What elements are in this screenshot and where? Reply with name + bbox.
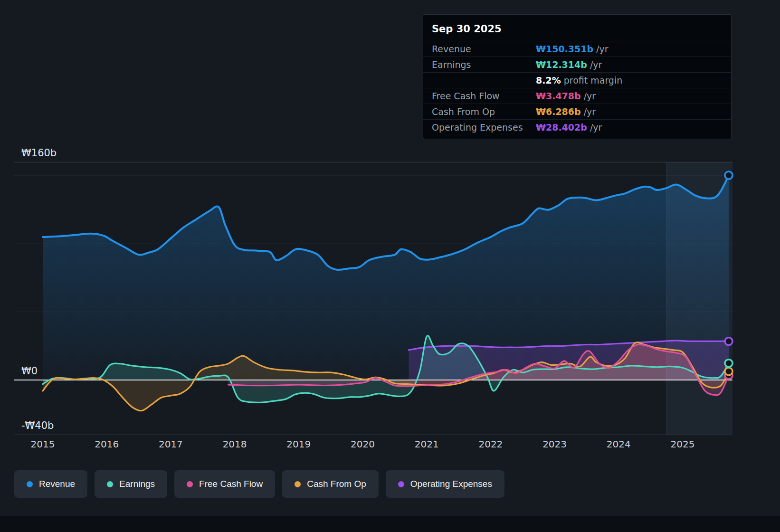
y-axis-label: -₩40b: [21, 420, 54, 431]
tooltip-suffix: profit margin: [564, 75, 623, 86]
revenue-dot-icon: [27, 481, 33, 487]
legend-item-cash-from-op[interactable]: Cash From Op: [282, 470, 379, 498]
x-axis-label: 2025: [671, 438, 695, 450]
tooltip-value: ₩6.286b: [536, 106, 581, 117]
legend-item-earnings[interactable]: Earnings: [95, 470, 167, 498]
tooltip-value: ₩3.478b: [536, 91, 581, 101]
cash-from-op-dot-icon: [295, 481, 301, 487]
x-axis-label: 2021: [415, 438, 439, 450]
tooltip-suffix: /yr: [596, 44, 608, 54]
tooltip-value: ₩28.402b: [536, 122, 587, 133]
y-axis-label: ₩160b: [21, 147, 57, 159]
x-axis-label: 2022: [478, 438, 503, 450]
revenue-endpoint-dot: [725, 171, 732, 179]
legend-label: Revenue: [39, 479, 75, 489]
cash-from-op-endpoint-dot: [725, 368, 732, 375]
tooltip-value: ₩12.314b: [536, 59, 587, 70]
tooltip-label: Earnings: [432, 59, 536, 70]
tooltip-suffix: /yr: [590, 122, 602, 133]
legend-label: Cash From Op: [307, 479, 366, 489]
y-axis-label: ₩0: [21, 365, 38, 377]
operating-expenses-dot-icon: [398, 481, 404, 487]
tooltip-label: Operating Expenses: [432, 122, 536, 133]
earnings-endpoint-dot: [725, 360, 732, 367]
tooltip-row-operating-expenses: Operating Expenses ₩28.402b /yr: [423, 119, 731, 135]
x-axis-label: 2024: [607, 438, 631, 450]
x-axis-label: 2023: [542, 438, 567, 450]
legend-label: Operating Expenses: [410, 479, 492, 489]
tooltip-date: Sep 30 2025: [423, 18, 731, 41]
tooltip-row-free-cash-flow: Free Cash Flow ₩3.478b /yr: [423, 88, 731, 104]
free-cash-flow-dot-icon: [187, 481, 193, 487]
tooltip-row-cash-from-op: Cash From Op ₩6.286b /yr: [423, 104, 731, 119]
legend-item-revenue[interactable]: Revenue: [14, 470, 87, 498]
tooltip-suffix: /yr: [590, 59, 602, 70]
x-axis-label: 2018: [223, 438, 247, 450]
chart-legend: Revenue Earnings Free Cash Flow Cash Fro…: [14, 470, 504, 498]
operating-expenses-endpoint-dot: [725, 338, 732, 345]
x-axis-label: 2016: [95, 438, 119, 450]
forecast-band: [666, 162, 732, 434]
tooltip-label: Free Cash Flow: [432, 91, 536, 101]
earnings-dot-icon: [107, 481, 113, 487]
legend-item-free-cash-flow[interactable]: Free Cash Flow: [174, 470, 275, 498]
chart-tooltip: Sep 30 2025 Revenue ₩150.351b /yr Earnin…: [423, 14, 732, 139]
legend-label: Free Cash Flow: [199, 479, 263, 489]
x-axis-label: 2015: [31, 438, 55, 450]
tooltip-suffix: /yr: [584, 91, 596, 101]
legend-item-operating-expenses[interactable]: Operating Expenses: [386, 470, 504, 498]
x-axis-label: 2017: [159, 438, 183, 450]
tooltip-label: Cash From Op: [432, 106, 536, 117]
x-axis-label: 2019: [286, 438, 311, 450]
tooltip-row-profit-margin: 8.2% profit margin: [423, 72, 731, 88]
tooltip-suffix: /yr: [584, 106, 596, 117]
x-axis-label: 2020: [351, 438, 375, 450]
tooltip-label: Revenue: [432, 44, 536, 54]
tooltip-row-earnings: Earnings ₩12.314b /yr: [423, 57, 731, 72]
tooltip-value: 8.2%: [536, 75, 561, 86]
tooltip-row-revenue: Revenue ₩150.351b /yr: [423, 41, 731, 57]
tooltip-value: ₩150.351b: [536, 44, 593, 54]
bottom-bar: [0, 516, 780, 532]
legend-label: Earnings: [119, 479, 155, 489]
